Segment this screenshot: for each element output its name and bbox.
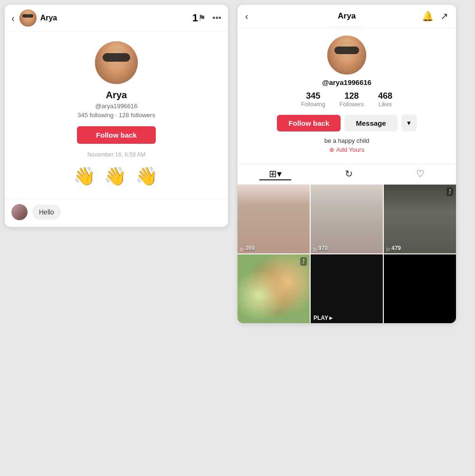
video-grid: ▷ 369 ▷ 970 ⤴ ▷ 479 ⤴ PLAY► bbox=[238, 185, 456, 323]
more-icon[interactable]: ••• bbox=[212, 13, 221, 23]
tab-repost[interactable]: ↻ bbox=[335, 168, 362, 180]
profile-handle: @arya1996616 bbox=[95, 103, 137, 110]
back-button[interactable]: ‹ bbox=[11, 13, 15, 24]
tab-videos[interactable]: ⊞▾ bbox=[259, 168, 291, 180]
panel2-handle: @arya1996616 bbox=[322, 78, 371, 86]
video-inner-6 bbox=[384, 254, 456, 323]
avatar-small bbox=[19, 9, 37, 27]
panel1-badge: 1 bbox=[192, 12, 198, 24]
followers-label: Followers bbox=[340, 101, 364, 108]
video-count-3: 479 bbox=[391, 245, 401, 252]
video-cell-5[interactable]: PLAY► bbox=[311, 254, 383, 323]
following-count: 345 bbox=[306, 91, 320, 101]
stat-following: 345 Following bbox=[301, 91, 325, 108]
stats-row: 345 Following 128 Followers 468 Likes bbox=[301, 91, 392, 108]
avatar bbox=[95, 41, 138, 84]
flag-icon[interactable]: ⚑ bbox=[198, 13, 206, 23]
emoji-row: 👋 👋 👋 bbox=[73, 166, 160, 187]
video-inner-2: ▷ 970 bbox=[311, 185, 383, 253]
likes-count: 468 bbox=[378, 91, 392, 101]
video-cell-6[interactable] bbox=[384, 254, 456, 323]
video-count-5: PLAY► bbox=[314, 315, 334, 321]
video-cell-2[interactable]: ▷ 970 bbox=[311, 185, 383, 253]
panel2-title: Arya bbox=[330, 6, 363, 27]
content-tabs: ⊞▾ ↻ ♡ bbox=[238, 164, 456, 185]
panel2-back-button[interactable]: ‹ bbox=[245, 11, 248, 22]
play-icon-3: ▷ bbox=[387, 246, 390, 252]
panel2-profile-section: @arya1996616 345 Following 128 Followers… bbox=[238, 28, 456, 164]
chat-panel: ‹ Arya 1 ⚑ ••• Arya @arya1996616 345 fol… bbox=[5, 5, 228, 227]
add-yours-icon: ⊕ bbox=[329, 146, 334, 153]
video-cell-4[interactable]: ⤴ bbox=[238, 254, 310, 323]
play-icon-1: ▷ bbox=[240, 246, 244, 252]
stat-followers: 128 Followers bbox=[340, 91, 364, 108]
panel2-follow-back-button[interactable]: Follow back bbox=[277, 115, 341, 131]
food-image bbox=[238, 254, 310, 323]
chat-bubble: Hello bbox=[32, 205, 61, 220]
profile-name: Arya bbox=[106, 90, 127, 101]
followers-count: 128 bbox=[344, 91, 359, 101]
bell-icon[interactable]: 🔔 bbox=[422, 10, 434, 22]
share-icon[interactable]: ↗ bbox=[440, 10, 448, 22]
video-cell-1[interactable]: ▷ 369 bbox=[238, 185, 310, 253]
profile-section: Arya @arya1996616 345 following · 128 fo… bbox=[5, 32, 228, 199]
message-button[interactable]: Message bbox=[344, 115, 397, 131]
chat-input-area: Hello bbox=[5, 199, 228, 227]
follow-back-button[interactable]: Follow back bbox=[77, 126, 156, 144]
panel1-header: ‹ Arya 1 ⚑ ••• bbox=[5, 5, 228, 32]
upload-icon-4: ⤴ bbox=[300, 257, 307, 266]
upload-icon-3: ⤴ bbox=[446, 187, 453, 196]
video-cell-3[interactable]: ⤴ ▷ 479 bbox=[384, 185, 456, 253]
video-count-1: 369 bbox=[245, 245, 255, 252]
video-inner-5: PLAY► bbox=[311, 254, 383, 323]
add-yours-label: Add Yours bbox=[336, 146, 364, 153]
profile-panel: ‹ Arya 🔔 ↗ @arya1996616 345 Following 12… bbox=[238, 5, 456, 323]
dropdown-button[interactable]: ▾ bbox=[401, 114, 417, 131]
panel2-avatar bbox=[327, 36, 366, 75]
action-row: Follow back Message ▾ bbox=[277, 114, 416, 131]
likes-label: Likes bbox=[379, 101, 392, 108]
video-inner-3: ▷ 479 bbox=[384, 185, 456, 253]
following-label: Following bbox=[301, 101, 325, 108]
tab-liked[interactable]: ♡ bbox=[407, 168, 434, 180]
bio-text: be a happy child bbox=[324, 137, 370, 144]
play-icon-2: ▷ bbox=[314, 246, 317, 252]
timestamp: November 16, 6:58 AM bbox=[87, 151, 146, 158]
panel2-header-actions: 🔔 ↗ bbox=[422, 10, 448, 22]
chat-avatar bbox=[11, 204, 28, 220]
panel2-header: ‹ Arya 🔔 ↗ bbox=[238, 5, 456, 28]
profile-stats: 345 following · 128 followers bbox=[77, 112, 155, 119]
video-count-2: 970 bbox=[318, 245, 328, 252]
add-yours-button[interactable]: ⊕ Add Yours bbox=[329, 146, 364, 153]
video-inner-1: ▷ 369 bbox=[238, 185, 310, 253]
stat-likes: 468 Likes bbox=[378, 91, 392, 108]
panel1-username: Arya bbox=[40, 14, 190, 22]
